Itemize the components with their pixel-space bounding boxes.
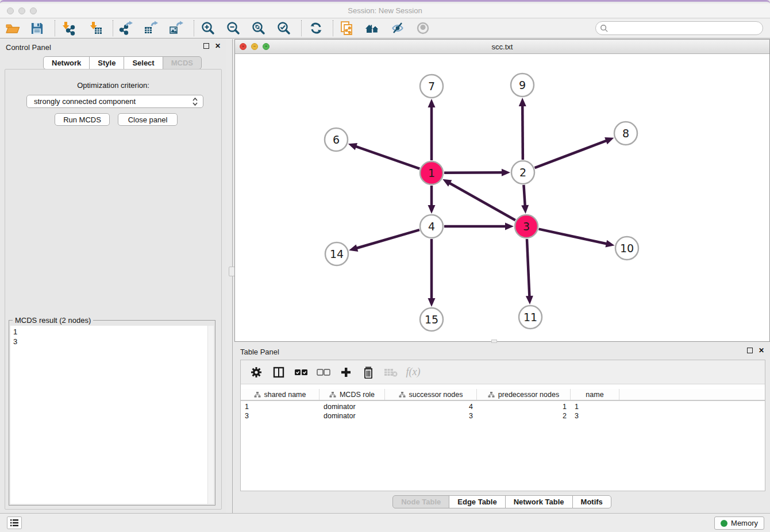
status-bar: Memory — [0, 513, 770, 532]
graph-node-label: 15 — [425, 313, 438, 326]
edge-arrowhead — [521, 205, 529, 214]
column-header-name[interactable]: name — [571, 389, 619, 400]
column-label: name — [586, 391, 603, 399]
table-tab-node-table[interactable]: Node Table — [392, 495, 449, 508]
edge-2-3[interactable] — [523, 185, 525, 207]
search-field[interactable] — [595, 21, 763, 35]
table-cell[interactable]: dominator — [319, 402, 385, 411]
import-table-icon[interactable] — [86, 20, 105, 36]
network-window-titlebar[interactable]: × − + scc.txt — [235, 40, 769, 54]
control-tab-style[interactable]: Style — [89, 56, 124, 70]
deselect-all-icon[interactable] — [315, 364, 332, 380]
hierarchy-icon — [399, 391, 406, 398]
export-image-icon[interactable] — [166, 20, 186, 36]
edge-3-1[interactable] — [449, 183, 515, 221]
task-history-button[interactable] — [7, 516, 22, 529]
edge-1-2[interactable] — [444, 172, 503, 173]
search-input[interactable] — [611, 24, 763, 33]
close-panel-button[interactable]: Close panel — [118, 113, 178, 126]
column-header-predecessor-nodes[interactable]: predecessor nodes — [477, 389, 571, 400]
edge-2-8[interactable] — [535, 140, 608, 168]
search-icon — [600, 24, 609, 33]
zoom-selected-icon[interactable] — [274, 20, 294, 36]
zoom-fit-icon[interactable] — [249, 20, 268, 36]
column-label: shared name — [264, 391, 306, 399]
table-cell[interactable]: 1 — [477, 402, 571, 411]
add-column-icon[interactable] — [337, 364, 355, 380]
table-row[interactable]: 3dominator323 — [241, 411, 765, 421]
mcds-tab-content: Optimization criterion: strongly connect… — [5, 69, 222, 510]
window-title: Session: New Session — [0, 6, 770, 15]
edge-2-9[interactable] — [522, 105, 523, 160]
control-tab-select[interactable]: Select — [124, 56, 163, 70]
table-cell[interactable]: 3 — [385, 411, 477, 421]
graph-node-label: 8 — [622, 127, 629, 140]
table-row[interactable]: 1dominator411 — [241, 402, 765, 411]
float-panel-icon[interactable] — [203, 43, 209, 49]
horizontal-splitter-grip[interactable] — [491, 340, 497, 343]
table-tab-edge-table[interactable]: Edge Table — [449, 495, 505, 508]
table-tab-motifs[interactable]: Motifs — [572, 495, 611, 508]
table-tab-network-table[interactable]: Network Table — [505, 495, 573, 508]
split-pane-icon[interactable] — [270, 364, 287, 380]
float-panel-icon[interactable] — [747, 348, 753, 353]
table-cell[interactable]: 1 — [571, 402, 619, 411]
toolbar-separator — [113, 20, 113, 36]
delete-table-icon[interactable] — [382, 364, 399, 380]
table-cell[interactable]: 1 — [241, 402, 319, 411]
network-canvas[interactable]: 7968124314101511 — [235, 54, 769, 341]
duplicate-network-icon[interactable] — [337, 20, 357, 36]
network-view-window: × − + scc.txt 7968124314101511 — [234, 39, 770, 342]
zoom-out-icon[interactable] — [224, 20, 243, 36]
table-cell[interactable]: 4 — [385, 402, 477, 411]
show-panels-icon[interactable] — [413, 20, 433, 36]
delete-column-icon[interactable] — [360, 364, 377, 380]
gear-icon[interactable] — [248, 364, 265, 380]
home-icon[interactable] — [363, 20, 382, 36]
window-titlebar: Session: New Session — [0, 3, 770, 18]
column-label: successor nodes — [409, 391, 463, 399]
function-builder-icon[interactable]: f(x) — [405, 364, 422, 380]
column-header-MCDS-role[interactable]: MCDS role — [319, 389, 385, 400]
select-all-icon[interactable] — [292, 364, 310, 380]
column-header-shared-name[interactable]: shared name — [241, 389, 319, 400]
graph-node-label: 14 — [330, 248, 344, 260]
table-cell[interactable]: 2 — [477, 411, 571, 421]
column-header-successor-nodes[interactable]: successor nodes — [385, 389, 477, 400]
apply-layout-icon[interactable] — [306, 20, 326, 36]
result-scrollbar[interactable] — [207, 326, 214, 504]
edge-3-11[interactable] — [527, 239, 530, 298]
memory-label: Memory — [731, 519, 758, 527]
run-mcds-button[interactable]: Run MCDS — [55, 113, 110, 126]
criterion-select[interactable]: strongly connected component — [26, 95, 203, 108]
node-table-content: f(x) shared nameMCDS rolesuccessor nodes… — [240, 360, 765, 491]
export-network-icon[interactable] — [116, 20, 135, 36]
graph-node-label: 9 — [519, 79, 526, 91]
table-panel-title: Table Panel — [240, 348, 279, 356]
edge-arrowhead — [505, 223, 514, 230]
memory-status-dot — [721, 520, 727, 527]
table-header: shared nameMCDS rolesuccessor nodesprede… — [241, 389, 765, 401]
table-cell[interactable]: 3 — [571, 411, 619, 421]
control-tab-mcds[interactable]: MCDS — [163, 56, 202, 70]
memory-button[interactable]: Memory — [714, 516, 764, 530]
table-cell[interactable]: dominator — [319, 411, 385, 421]
save-session-icon[interactable] — [27, 20, 47, 36]
control-tab-network[interactable]: Network — [43, 56, 90, 70]
edge-arrowhead — [605, 137, 614, 144]
network-graph: 7968124314101511 — [235, 54, 769, 342]
zoom-in-icon[interactable] — [198, 20, 218, 36]
edge-3-10[interactable] — [538, 229, 607, 244]
edge-4-14[interactable] — [356, 230, 419, 248]
export-table-icon[interactable] — [141, 20, 160, 36]
import-network-icon[interactable] — [58, 20, 78, 36]
table-cell[interactable]: 3 — [241, 411, 319, 421]
hide-panels-icon[interactable] — [388, 20, 407, 36]
open-session-icon[interactable] — [3, 20, 22, 36]
mcds-result-area[interactable]: 1 3 — [10, 326, 214, 504]
edge-1-6[interactable] — [355, 146, 419, 169]
mcds-result-title: MCDS result (2 nodes) — [13, 316, 93, 325]
close-panel-icon[interactable]: ✕ — [215, 43, 221, 49]
close-panel-icon[interactable]: ✕ — [759, 348, 764, 353]
graph-node-label: 7 — [428, 80, 435, 92]
